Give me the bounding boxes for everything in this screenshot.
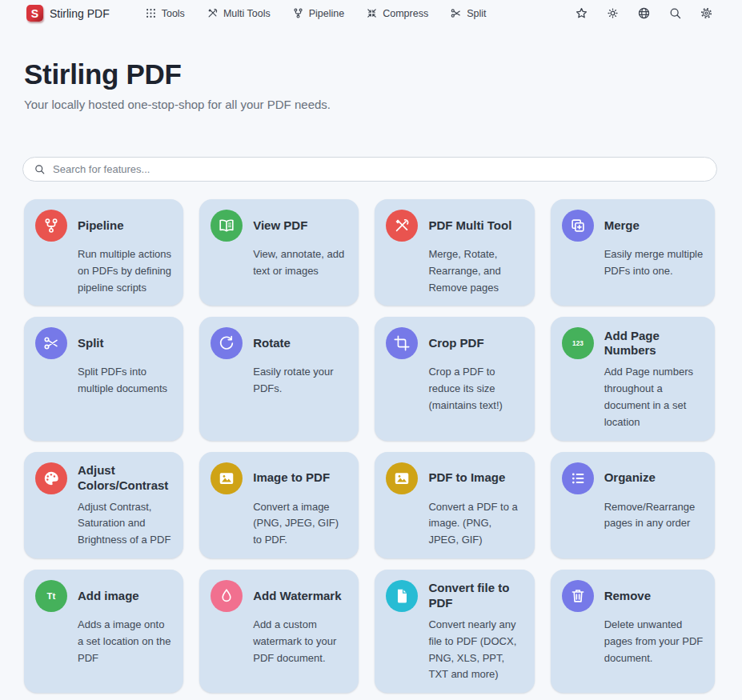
list-icon: [562, 462, 594, 494]
merge-icon: [562, 210, 594, 242]
card-title: Remove: [604, 580, 704, 612]
card-title: PDF to Image: [428, 462, 523, 494]
top-navbar: S Stirling PDF ToolsMulti ToolsPipelineC…: [0, 0, 742, 26]
tool-card-view-pdf[interactable]: View PDFView, annotate, add text or imag…: [199, 199, 359, 306]
tool-card-pdf-to-image[interactable]: PDF to ImageConvert a PDF to a image. (P…: [375, 452, 534, 558]
card-description: Crop a PDF to reduce its size (maintains…: [428, 364, 523, 414]
numbers-123-icon: 123: [562, 327, 594, 359]
card-title: Convert file to PDF: [428, 580, 523, 612]
droplet-icon: [211, 580, 243, 612]
page-title: Stirling PDF: [24, 58, 718, 90]
theme-toggle-button[interactable]: [606, 6, 620, 20]
tool-card-pdf-multi-tool[interactable]: PDF Multi ToolMerge, Rotate, Rearrange, …: [375, 199, 534, 306]
sun-icon: [606, 6, 620, 20]
card-title: View PDF: [253, 210, 347, 242]
tool-card-adjust-colors-contrast[interactable]: Adjust Colors/ContrastAdjust Contrast, S…: [24, 452, 183, 558]
tool-card-organize[interactable]: OrganizeRemove/Rearrange pages in any or…: [551, 452, 715, 558]
card-description: Delete unwanted pages from your PDF docu…: [604, 617, 704, 666]
palette-icon: [35, 462, 67, 494]
hammer-wrench-icon: [386, 210, 418, 242]
card-description: Convert a image (PNG, JPEG, GIF) to PDF.: [253, 499, 347, 549]
card-title: Image to PDF: [253, 462, 347, 494]
navbar-actions: [575, 6, 713, 20]
tool-card-pipeline[interactable]: PipelineRun multiple actions on PDFs by …: [24, 199, 183, 306]
text-format-icon: Tt: [35, 580, 67, 612]
pipeline-icon: [35, 210, 67, 242]
tool-card-add-watermark[interactable]: Add WatermarkAdd a custom watermark to y…: [199, 570, 359, 693]
crop-icon: [386, 327, 418, 359]
card-description: Remove/Rearrange pages in any order: [604, 499, 704, 533]
card-title: Organize: [604, 462, 704, 494]
card-description: Add a custom watermark to your PDF docum…: [253, 617, 347, 666]
card-title: Add Page Numbers: [604, 327, 704, 359]
hero-section: Stirling PDF Your locally hosted one-sto…: [0, 26, 742, 111]
image-icon: [211, 462, 243, 494]
svg-text:Tt: Tt: [47, 591, 56, 601]
card-title: Add Watermark: [253, 580, 347, 612]
card-description: Adjust Contrast, Saturation and Brightne…: [78, 499, 172, 549]
gear-icon: [700, 6, 713, 20]
rotate-icon: [211, 327, 243, 359]
trash-icon: [562, 580, 594, 612]
compress-arrows-icon: [366, 7, 378, 19]
tool-card-image-to-pdf[interactable]: Image to PDFConvert a image (PNG, JPEG, …: [199, 452, 359, 558]
nav-item-pipeline[interactable]: Pipeline: [292, 7, 344, 19]
search-icon: [34, 163, 46, 175]
card-title: Adjust Colors/Contrast: [78, 462, 172, 494]
nav-item-label: Tools: [162, 8, 185, 19]
tool-card-split[interactable]: SplitSplit PDFs into multiple documents: [24, 317, 183, 440]
file-icon: [386, 580, 418, 612]
feature-search-bar[interactable]: [22, 157, 717, 182]
card-description: Merge, Rotate, Rearrange, and Remove pag…: [428, 246, 523, 296]
search-button[interactable]: [668, 6, 682, 20]
nav-item-tools[interactable]: Tools: [145, 7, 185, 19]
search-input[interactable]: [53, 163, 706, 175]
language-button[interactable]: [637, 6, 651, 20]
card-description: Easily merge multiple PDFs into one.: [604, 246, 704, 280]
settings-button[interactable]: [700, 6, 713, 20]
nav-item-label: Split: [467, 8, 486, 19]
tool-card-rotate[interactable]: RotateEasily rotate your PDFs.: [199, 317, 359, 440]
card-description: Split PDFs into multiple documents: [78, 364, 172, 398]
nav-item-multi-tools[interactable]: Multi Tools: [207, 7, 271, 19]
tool-cards-grid: PipelineRun multiple actions on PDFs by …: [24, 199, 715, 700]
card-title: PDF Multi Tool: [428, 210, 523, 242]
image-icon: [386, 462, 418, 494]
navbar-menu: ToolsMulti ToolsPipelineCompressSplit: [145, 7, 487, 19]
card-description: View, annotate, add text or images: [253, 246, 347, 280]
scissors-icon: [450, 7, 462, 19]
nav-item-label: Pipeline: [309, 8, 344, 19]
card-title: Pipeline: [78, 210, 172, 242]
card-description: Convert nearly any file to PDF (DOCX, PN…: [428, 617, 523, 683]
card-description: Convert a PDF to a image. (PNG, JPEG, GI…: [428, 499, 523, 549]
tool-card-convert-file-to-pdf[interactable]: Convert file to PDFConvert nearly any fi…: [375, 570, 534, 693]
svg-text:123: 123: [572, 341, 584, 348]
tool-card-add-page-numbers[interactable]: 123Add Page NumbersAdd Page numbers thro…: [551, 317, 715, 440]
favourites-button[interactable]: [575, 6, 588, 20]
star-icon: [575, 6, 588, 20]
tool-card-merge[interactable]: MergeEasily merge multiple PDFs into one…: [551, 199, 715, 306]
tool-card-remove[interactable]: RemoveDelete unwanted pages from your PD…: [551, 570, 715, 693]
brand-name: Stirling PDF: [50, 7, 110, 20]
card-description: Easily rotate your PDFs.: [253, 364, 347, 398]
grid-apps-icon: [145, 7, 157, 19]
card-title: Split: [78, 327, 172, 359]
nav-item-label: Compress: [383, 8, 428, 19]
globe-icon: [637, 6, 651, 20]
card-description: Adds a image onto a set location on the …: [78, 617, 172, 666]
card-description: Run multiple actions on PDFs by defining…: [78, 246, 172, 296]
book-open-icon: [211, 210, 243, 242]
tool-card-add-image[interactable]: TtAdd imageAdds a image onto a set locat…: [24, 570, 183, 693]
nav-item-compress[interactable]: Compress: [366, 7, 428, 19]
nav-item-label: Multi Tools: [223, 8, 271, 19]
stirling-logo-icon: S: [26, 5, 43, 22]
card-description: Add Page numbers throughout a document i…: [604, 364, 704, 430]
nav-item-split[interactable]: Split: [450, 7, 486, 19]
card-title: Rotate: [253, 327, 347, 359]
brand[interactable]: S Stirling PDF: [26, 5, 110, 22]
tool-card-crop-pdf[interactable]: Crop PDFCrop a PDF to reduce its size (m…: [375, 317, 534, 440]
search-icon: [668, 6, 682, 20]
scissors-icon: [35, 327, 67, 359]
pipeline-icon: [292, 7, 304, 19]
card-title: Crop PDF: [428, 327, 523, 359]
